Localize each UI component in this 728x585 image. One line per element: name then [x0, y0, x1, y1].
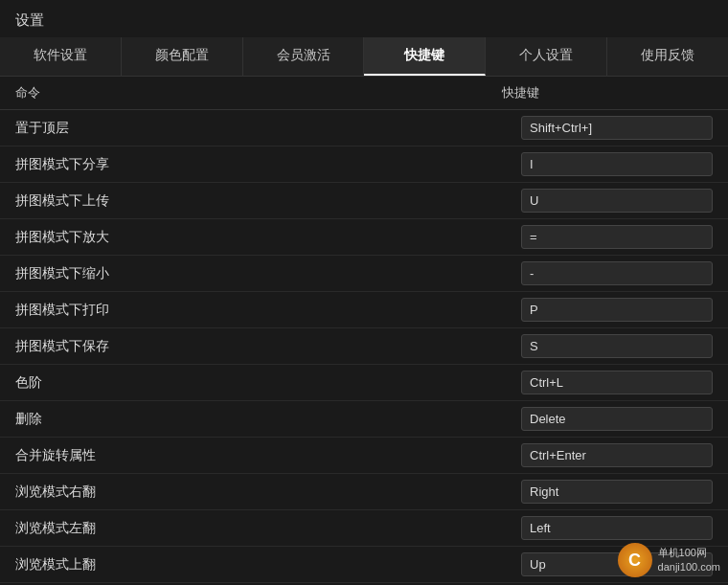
key-input[interactable] — [521, 152, 713, 176]
content-area: 命令 快捷键 置于顶层拼图模式下分享拼图模式下上传拼图模式下放大拼图模式下缩小拼… — [0, 77, 728, 585]
watermark: C 单机100网 danji100.com — [618, 543, 720, 577]
cmd-label: 浏览模式上翻 — [15, 556, 521, 574]
tab-软件设置[interactable]: 软件设置 — [0, 37, 122, 76]
table-row: 拼图模式下上传 — [0, 183, 728, 219]
watermark-logo: C — [618, 543, 652, 577]
cmd-label: 拼图模式下打印 — [15, 302, 521, 319]
key-input[interactable] — [521, 371, 713, 394]
tab-bar: 软件设置颜色配置会员激活快捷键个人设置使用反馈 — [0, 37, 728, 77]
cmd-label: 浏览模式右翻 — [15, 484, 521, 501]
key-input[interactable] — [521, 334, 713, 358]
settings-window: 设置 软件设置颜色配置会员激活快捷键个人设置使用反馈 命令 快捷键 置于顶层拼图… — [0, 0, 728, 585]
col-cmd-header: 命令 — [15, 84, 502, 101]
table-header: 命令 快捷键 — [0, 77, 728, 110]
window-title: 设置 — [0, 0, 728, 37]
table-row: 拼图模式下打印 — [0, 292, 728, 328]
tab-颜色配置[interactable]: 颜色配置 — [122, 37, 243, 76]
table-row: 删除 — [0, 401, 728, 438]
shortcut-table: 置于顶层拼图模式下分享拼图模式下上传拼图模式下放大拼图模式下缩小拼图模式下打印拼… — [0, 110, 728, 585]
key-input[interactable] — [521, 189, 713, 213]
tab-使用反馈[interactable]: 使用反馈 — [607, 37, 728, 76]
key-input[interactable] — [521, 407, 713, 431]
key-input[interactable] — [521, 261, 713, 285]
table-row: 色阶 — [0, 365, 728, 401]
key-input[interactable] — [521, 225, 713, 249]
key-input[interactable] — [521, 480, 713, 504]
cmd-label: 拼图模式下分享 — [15, 156, 521, 173]
key-input[interactable] — [521, 116, 713, 140]
col-key-header: 快捷键 — [502, 84, 713, 101]
cmd-label: 浏览模式左翻 — [15, 520, 521, 537]
table-row: 拼图模式下分享 — [0, 146, 728, 183]
table-row: 浏览模式右翻 — [0, 474, 728, 510]
cmd-label: 删除 — [15, 411, 521, 428]
tab-个人设置[interactable]: 个人设置 — [486, 37, 607, 76]
cmd-label: 拼图模式下保存 — [15, 338, 521, 355]
cmd-label: 置于顶层 — [15, 120, 521, 137]
cmd-label: 色阶 — [15, 374, 521, 392]
table-row: 拼图模式下放大 — [0, 219, 728, 256]
key-input[interactable] — [521, 443, 713, 467]
cmd-label: 合并旋转属性 — [15, 447, 521, 464]
table-row: 浏览模式左翻 — [0, 510, 728, 547]
key-input[interactable] — [521, 298, 713, 322]
table-row: 置于顶层 — [0, 110, 728, 146]
cmd-label: 拼图模式下缩小 — [15, 265, 521, 282]
cmd-label: 拼图模式下上传 — [15, 192, 521, 210]
tab-会员激活[interactable]: 会员激活 — [243, 37, 365, 76]
table-row: 合并旋转属性 — [0, 438, 728, 474]
tab-快捷键[interactable]: 快捷键 — [364, 37, 486, 76]
table-row: 拼图模式下缩小 — [0, 256, 728, 292]
watermark-text: 单机100网 danji100.com — [658, 546, 720, 575]
cmd-label: 拼图模式下放大 — [15, 229, 521, 246]
key-input[interactable] — [521, 516, 713, 540]
table-row: 拼图模式下保存 — [0, 328, 728, 365]
